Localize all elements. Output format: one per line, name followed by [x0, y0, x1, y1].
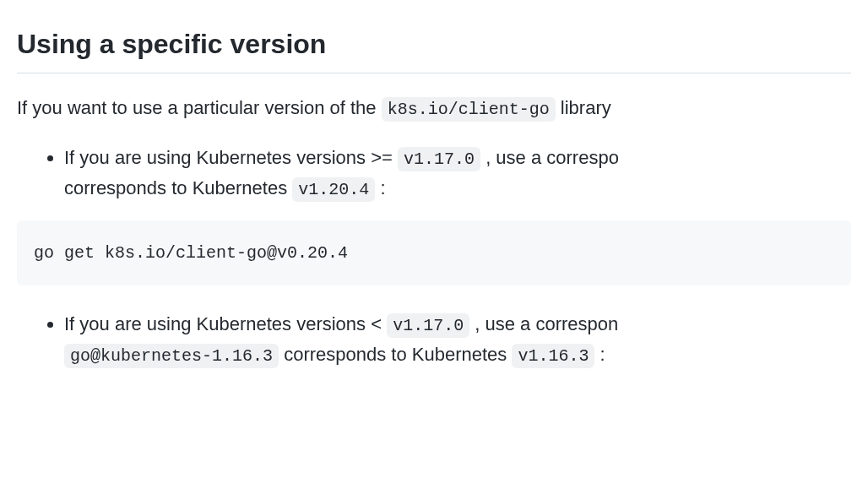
bullet1-text-2: , use a correspo [480, 147, 619, 168]
bullet-list-1: If you are using Kubernetes versions >= … [17, 143, 851, 204]
list-item: If you are using Kubernetes versions >= … [64, 143, 851, 204]
bullet1-code-1: v1.17.0 [398, 147, 480, 171]
bullet1-text-1: If you are using Kubernetes versions >= [64, 147, 398, 168]
bullet2-code-2: go@kubernetes-1.16.3 [64, 344, 279, 368]
bullet1-text-4: : [375, 177, 385, 198]
bullet2-text-4: : [594, 344, 605, 365]
bullet2-text-1: If you are using Kubernetes versions < [64, 313, 387, 334]
intro-text-2: library [556, 97, 611, 118]
list-item: If you are using Kubernetes versions < v… [64, 309, 851, 370]
intro-paragraph: If you want to use a particular version … [17, 94, 851, 122]
bullet2-text-2: , use a correspon [469, 313, 618, 334]
intro-text-1: If you want to use a particular version … [17, 97, 382, 118]
intro-code-1: k8s.io/client-go [382, 97, 556, 122]
bullet2-code-1: v1.17.0 [387, 313, 469, 338]
section-heading: Using a specific version [17, 24, 851, 73]
bullet-list-2: If you are using Kubernetes versions < v… [17, 309, 851, 370]
bullet2-code-3: v1.16.3 [512, 344, 594, 368]
bullet2-text-3: corresponds to Kubernetes [279, 344, 512, 365]
bullet1-text-3: corresponds to Kubernetes [64, 177, 292, 198]
bullet1-code-2: v1.20.4 [292, 177, 375, 202]
code-block-1: go get k8s.io/client-go@v0.20.4 [17, 220, 851, 285]
